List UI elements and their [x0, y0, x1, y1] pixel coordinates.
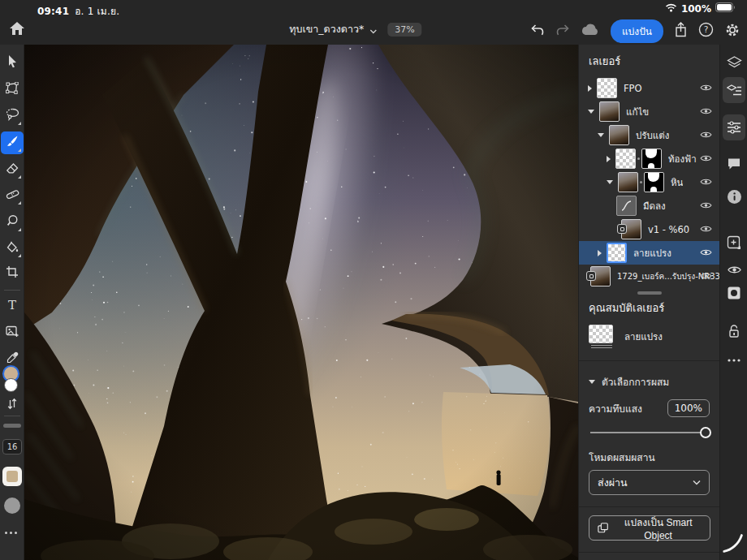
cloud-sync-button[interactable]: [581, 24, 600, 39]
eye-icon[interactable]: [700, 200, 712, 212]
dodge-icon: [6, 214, 19, 230]
layer-properties-toggle-button[interactable]: [723, 77, 745, 103]
convert-smart-object-button[interactable]: แปลงเป็น Smart Object: [589, 515, 710, 541]
brush-tool[interactable]: [1, 131, 24, 154]
transform-tool[interactable]: [1, 78, 24, 101]
eraser-tool[interactable]: [1, 158, 24, 181]
brush-secondary-tile[interactable]: [4, 498, 20, 514]
layer-row[interactable]: FPO: [579, 76, 719, 100]
opacity-label: ความทึบแสง: [589, 401, 642, 416]
undo-button[interactable]: [530, 24, 545, 39]
eye-icon[interactable]: [700, 82, 712, 94]
share-button[interactable]: แบ่งปัน: [611, 19, 663, 43]
layer-thumbnail[interactable]: [607, 243, 627, 263]
layer-row[interactable]: มืดลง: [579, 194, 719, 218]
toolbar-more-button[interactable]: [5, 532, 17, 534]
chevron-down-icon[interactable]: [598, 133, 604, 137]
eye-icon[interactable]: [700, 106, 712, 118]
layers-toggle-button[interactable]: [723, 51, 745, 74]
chevron-down-icon: [693, 480, 701, 485]
app-header-row: ทุบเขา_ดวงดาว* 37% แบ่งปัน: [0, 18, 747, 45]
opacity-value-field[interactable]: 100%: [667, 399, 710, 417]
layer-mask-thumbnail[interactable]: [644, 172, 664, 192]
panel-resize-handle[interactable]: [637, 291, 662, 295]
layer-name: FPO: [624, 83, 642, 94]
layer-row[interactable]: 1729_เบอร์ค...รับปรุง-NR33: [579, 265, 719, 288]
move-tool[interactable]: [1, 51, 24, 74]
layer-thumbnail[interactable]: [615, 149, 636, 169]
zoom-level-badge[interactable]: 37%: [387, 23, 421, 37]
export-icon: [674, 22, 688, 40]
section-divider: [579, 506, 719, 507]
layer-more-button[interactable]: [723, 349, 745, 372]
eye-icon[interactable]: [700, 270, 712, 282]
brush-size-badge[interactable]: 16: [2, 439, 22, 454]
opacity-slider-knob[interactable]: [700, 427, 711, 438]
layer-thumbnail[interactable]: [590, 266, 611, 286]
place-photo-tool[interactable]: [1, 321, 24, 344]
brush-icon: [6, 135, 19, 151]
chevron-down-icon[interactable]: [607, 180, 613, 184]
adjustments-toggle-button[interactable]: [723, 114, 745, 140]
layer-visibility-button[interactable]: [723, 258, 745, 281]
background-color-swatch[interactable]: [4, 378, 18, 392]
eye-icon[interactable]: [700, 223, 712, 235]
layer-thumbnail[interactable]: [618, 172, 638, 192]
chevron-right-icon[interactable]: [607, 156, 611, 162]
lasso-select-tool[interactable]: [1, 105, 24, 127]
layer-row[interactable]: แก้ไข: [579, 100, 719, 123]
layer-row-selected[interactable]: ลายแปรง: [579, 241, 719, 265]
blend-options-section-header[interactable]: ตัวเลือกการผสม: [579, 366, 719, 398]
comments-button[interactable]: [723, 153, 745, 175]
color-wells[interactable]: [3, 367, 21, 392]
corner-gesture-arc[interactable]: [723, 532, 745, 558]
eye-icon[interactable]: [700, 129, 712, 141]
properties-thumbnail[interactable]: [589, 325, 615, 349]
layers-panel: เลเยอร์ FPO แก้ไข ปรับแต่ง ท้องฟ้า: [578, 45, 719, 560]
document-canvas[interactable]: [24, 45, 578, 560]
eye-icon[interactable]: [700, 176, 712, 188]
redo-button[interactable]: [555, 24, 570, 39]
layer-thumbnail[interactable]: [621, 219, 641, 239]
help-icon: ?: [698, 22, 714, 40]
adjustments-icon: [727, 121, 741, 134]
dodge-tool[interactable]: [1, 211, 24, 234]
healing-tool[interactable]: [1, 184, 24, 207]
chevron-right-icon[interactable]: [588, 85, 592, 92]
info-button[interactable]: [723, 185, 745, 208]
opacity-slider[interactable]: [590, 432, 708, 433]
chevron-down-icon[interactable]: [588, 110, 594, 114]
brush-preview-swatch: [6, 471, 18, 482]
help-button[interactable]: ?: [698, 22, 714, 40]
blend-mode-label: โหมดผสมผสาน: [579, 445, 719, 470]
lock-layer-button[interactable]: [723, 319, 745, 342]
chevron-right-icon[interactable]: [598, 250, 602, 256]
document-title-group[interactable]: ทุบเขา_ดวงดาว* 37%: [289, 21, 421, 37]
adjustment-layer-thumbnail[interactable]: [616, 196, 637, 216]
crop-tool[interactable]: [1, 262, 24, 285]
fill-tool[interactable]: [1, 237, 24, 260]
layer-thumbnail[interactable]: [599, 101, 620, 122]
add-mask-button[interactable]: [723, 282, 745, 304]
touch-shortcut-bar[interactable]: [3, 424, 21, 428]
layer-row[interactable]: หิน: [579, 170, 719, 194]
add-layer-button[interactable]: [723, 231, 745, 254]
export-button[interactable]: [674, 22, 688, 40]
layer-thumbnail[interactable]: [609, 125, 629, 145]
layer-mask-thumbnail[interactable]: [641, 149, 662, 169]
swap-colors-button[interactable]: [1, 394, 24, 416]
settings-button[interactable]: [724, 22, 741, 41]
type-tool[interactable]: T: [1, 295, 24, 317]
undo-icon: [530, 24, 545, 39]
canvas-artwork: [24, 45, 578, 560]
blend-mode-dropdown[interactable]: ส่งผ่าน: [589, 470, 710, 495]
layer-row[interactable]: ท้องฟ้า: [579, 147, 719, 170]
eye-icon[interactable]: [700, 247, 712, 259]
eye-icon[interactable]: [700, 153, 712, 165]
layer-row[interactable]: v1 - %60: [579, 218, 719, 241]
layer-row[interactable]: ปรับแต่ง: [579, 123, 719, 147]
layer-thumbnail[interactable]: [597, 78, 617, 98]
home-button[interactable]: [8, 20, 26, 38]
layer-properties-row: ลายแปรง: [579, 323, 719, 355]
brush-preview-tile[interactable]: [2, 467, 22, 486]
